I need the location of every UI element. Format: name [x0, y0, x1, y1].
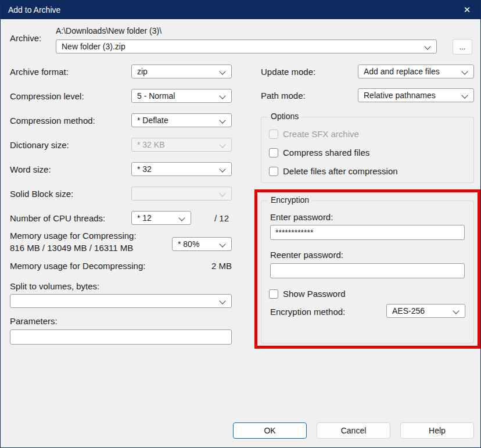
memory-decompress-value: 2 MB: [198, 261, 232, 271]
update-mode-value: Add and replace files: [364, 67, 440, 76]
memory-usage-combobox[interactable]: * 80%: [172, 237, 232, 251]
cpu-threads-total: / 12: [214, 213, 229, 223]
chevron-down-icon: [453, 307, 459, 314]
archive-format-combobox[interactable]: zip: [131, 64, 232, 78]
chevron-down-icon: [219, 92, 225, 99]
archive-format-label: Archive format:: [10, 67, 69, 77]
chevron-down-icon: [424, 43, 430, 49]
chevron-down-icon: [219, 190, 225, 196]
title-bar: Add to Archive ✕: [1, 1, 480, 19]
word-size-label: Word size:: [10, 164, 51, 174]
solid-block-size-combobox: [131, 187, 232, 200]
parameters-input[interactable]: [10, 329, 232, 345]
delete-files-label: Delete files after compression: [283, 166, 398, 176]
memory-usage-value: * 80%: [178, 239, 199, 249]
archive-filename-value: New folder (3).zip: [62, 42, 125, 51]
split-volumes-combobox[interactable]: [10, 294, 232, 308]
compression-method-label: Compression method:: [10, 116, 95, 126]
chevron-down-icon: [461, 68, 468, 74]
show-password-checkbox[interactable]: [269, 289, 278, 299]
delete-files-checkbox-row[interactable]: Delete files after compression: [269, 166, 398, 176]
word-size-combobox[interactable]: * 32: [131, 162, 232, 176]
close-button[interactable]: ✕: [454, 1, 480, 19]
help-button[interactable]: Help: [400, 422, 474, 439]
compression-level-combobox[interactable]: 5 - Normal: [131, 89, 232, 103]
dictionary-size-label: Dictionary size:: [10, 140, 69, 150]
split-volumes-label: Split to volumes, bytes:: [10, 281, 99, 291]
cpu-threads-value: * 12: [137, 213, 152, 223]
compression-level-label: Compression level:: [10, 91, 84, 101]
password-input[interactable]: [270, 225, 465, 240]
compress-shared-checkbox-row[interactable]: Compress shared files: [269, 148, 369, 157]
compression-level-value: 5 - Normal: [137, 91, 175, 101]
cancel-button[interactable]: Cancel: [317, 422, 390, 439]
memory-decompress-label: Memory usage for Decompressing:: [10, 261, 145, 271]
reenter-password-input[interactable]: [270, 263, 465, 278]
browse-button[interactable]: ...: [453, 39, 472, 55]
create-sfx-label: Create SFX archive: [283, 129, 359, 139]
create-sfx-checkbox-row: Create SFX archive: [269, 129, 359, 139]
chevron-down-icon: [219, 166, 225, 172]
path-mode-combobox[interactable]: Relative pathnames: [358, 88, 474, 102]
show-password-label: Show Password: [283, 289, 346, 299]
add-to-archive-dialog: Add to Archive ✕ Archive: A:\Downloads\N…: [0, 0, 481, 448]
enter-password-label: Enter password:: [270, 212, 333, 222]
options-legend: Options: [268, 112, 301, 121]
chevron-down-icon: [219, 117, 225, 123]
chevron-down-icon: [219, 241, 225, 247]
update-mode-label: Update mode:: [261, 67, 315, 77]
create-sfx-checkbox: [269, 130, 278, 139]
encryption-legend: Encryption: [268, 195, 312, 205]
word-size-value: * 32: [137, 164, 152, 174]
dictionary-size-combobox: * 32 KB: [131, 138, 232, 152]
encryption-groupbox: Encryption Enter password: Reenter passw…: [261, 200, 474, 343]
chevron-down-icon: [461, 92, 468, 98]
path-mode-value: Relative pathnames: [364, 91, 436, 100]
archive-label: Archive:: [10, 33, 41, 43]
encryption-method-value: AES-256: [392, 306, 425, 316]
compress-shared-checkbox[interactable]: [269, 148, 278, 157]
cpu-threads-combobox[interactable]: * 12: [131, 211, 191, 225]
archive-directory-path: A:\Downloads\New folder (3)\: [56, 26, 161, 35]
parameters-label: Parameters:: [10, 316, 58, 326]
solid-block-size-label: Solid Block size:: [10, 189, 73, 199]
compression-method-value: * Deflate: [137, 116, 168, 125]
show-password-checkbox-row[interactable]: Show Password: [269, 289, 346, 299]
dictionary-size-value: * 32 KB: [137, 140, 164, 149]
cpu-threads-label: Number of CPU threads:: [10, 213, 105, 223]
chevron-down-icon: [219, 298, 225, 304]
archive-format-value: zip: [137, 67, 148, 76]
chevron-down-icon: [178, 214, 185, 221]
memory-compress-detail: 816 MB / 13049 MB / 16311 MB: [10, 243, 133, 253]
path-mode-label: Path mode:: [261, 91, 306, 101]
compress-shared-label: Compress shared files: [283, 148, 369, 157]
chevron-down-icon: [219, 141, 225, 148]
delete-files-checkbox[interactable]: [269, 167, 278, 176]
compression-method-combobox[interactable]: * Deflate: [131, 113, 232, 127]
encryption-method-combobox[interactable]: AES-256: [386, 304, 465, 318]
update-mode-combobox[interactable]: Add and replace files: [358, 64, 474, 78]
memory-compress-label: Memory usage for Compressing:: [10, 231, 137, 241]
encryption-method-label: Encryption method:: [270, 307, 345, 317]
reenter-password-label: Reenter password:: [270, 250, 343, 260]
options-groupbox: Options Create SFX archive Compress shar…: [261, 117, 474, 183]
window-title: Add to Archive: [8, 5, 60, 15]
chevron-down-icon: [219, 68, 225, 74]
ok-button[interactable]: OK: [233, 422, 307, 439]
archive-filename-combobox[interactable]: New folder (3).zip: [56, 40, 437, 53]
close-icon: ✕: [464, 5, 471, 15]
